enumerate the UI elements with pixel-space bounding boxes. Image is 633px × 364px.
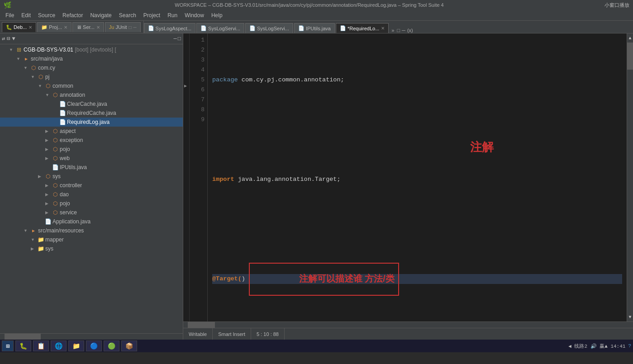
scroll-down-btn[interactable]: ▼ — [627, 312, 633, 321]
scroll-up-btn[interactable]: ▲ — [627, 33, 633, 43]
tree-item-comcy[interactable]: ▼ ⬡ com.cy — [0, 63, 183, 72]
tree-item-pojo[interactable]: ▶ ⬡ pojo — [0, 145, 183, 154]
collapse-icon[interactable]: ⊟ — [7, 35, 10, 42]
menu-search[interactable]: Search — [115, 11, 140, 19]
menu-help[interactable]: Help — [208, 11, 226, 19]
window-controls[interactable]: 小窗口播放 — [604, 2, 629, 9]
tree-arrow-aspect[interactable]: ▶ — [45, 129, 52, 133]
left-panel-hscroll-thumb[interactable] — [5, 334, 41, 340]
tree-item-common[interactable]: ▼ ⬡ common — [0, 81, 183, 90]
tree-arrow-exception[interactable]: ▶ — [45, 138, 52, 142]
tab-syslogaspect[interactable]: 📄 SysLogAspect... — [144, 23, 196, 33]
aspect-label: aspect — [60, 128, 183, 134]
taskbar-btn-6[interactable]: 🟢 — [104, 340, 119, 351]
tab-junit[interactable]: Ju JUnit □ ─ — [105, 22, 141, 32]
scroll-track[interactable] — [627, 43, 633, 312]
tree-arrow-common[interactable]: ▼ — [38, 84, 44, 88]
sync-icon[interactable]: ⇄ — [2, 35, 5, 42]
tree-arrow-web[interactable]: ▶ — [45, 156, 52, 161]
tree-arrow-dao[interactable]: ▶ — [45, 192, 52, 197]
tab-syslogservi1[interactable]: 📄 SysLogServi... — [196, 23, 244, 33]
menu-file[interactable]: File — [2, 11, 18, 19]
menu-window[interactable]: Window — [181, 11, 208, 19]
tree-item-resources[interactable]: ▼ ▸ src/main/resources — [0, 226, 183, 235]
tab-debug-close[interactable]: ✕ — [29, 25, 32, 30]
tab-servers[interactable]: 🖥 Ser... ✕ — [72, 22, 104, 32]
menu-refactor[interactable]: Refactor — [59, 11, 86, 19]
tab-junit-close[interactable]: ─ — [133, 25, 137, 30]
taskbar-btn-7[interactable]: 📦 — [121, 340, 137, 351]
menu-run[interactable]: Run — [164, 11, 181, 19]
tab-syslogservi1-icon: 📄 — [200, 25, 207, 31]
tree-item-aspect[interactable]: ▶ ⬡ aspect — [0, 127, 183, 136]
scroll-thumb[interactable] — [627, 43, 633, 70]
taskbar-help[interactable]: ? — [628, 343, 631, 349]
filter-icon[interactable]: ▼ — [12, 36, 15, 42]
tree-arrow-pj[interactable]: ▼ — [31, 75, 37, 79]
tab-project-close[interactable]: ✕ — [64, 25, 67, 30]
fold-marker-6[interactable]: ▶ — [184, 83, 187, 89]
tab-iputils[interactable]: 📄 IPUtils.java — [294, 23, 335, 33]
editor-hscroll[interactable] — [183, 321, 633, 328]
tab-debug[interactable]: 🐛 Deb... ✕ — [2, 22, 36, 32]
tree-arrow-resources[interactable]: ▼ — [24, 228, 30, 233]
tree-item-sys-resources[interactable]: ▶ 📁 sys — [0, 244, 183, 253]
tree-item-iputils-common[interactable]: 📄 IPUtils.java — [0, 163, 183, 172]
tree-item-sys[interactable]: ▶ ⬡ sys — [0, 172, 183, 181]
annotation-label-float: 注解 — [470, 142, 494, 152]
tree-arrow-mapper[interactable]: ▼ — [31, 237, 37, 242]
tree-item-controller[interactable]: ▶ ⬡ controller — [0, 181, 183, 190]
tab-servers-close[interactable]: ✕ — [96, 25, 100, 30]
left-panel-hscroll[interactable] — [0, 333, 183, 340]
taskbar-btn-1[interactable]: 🐛 — [15, 340, 31, 351]
minimize-left-icon[interactable]: ─ — [174, 36, 177, 42]
tree-item-web[interactable]: ▶ ⬡ web — [0, 154, 183, 163]
tree-arrow-sys-res[interactable]: ▶ — [31, 246, 37, 251]
code-area[interactable]: package com.cy.pj.common.annotation; imp… — [208, 33, 627, 321]
maximize-left-icon[interactable]: □ — [178, 36, 181, 42]
tree-arrow-project[interactable]: ▼ — [9, 47, 15, 52]
tree-arrow-pojo[interactable]: ▶ — [45, 147, 52, 151]
start-button[interactable]: ⊞ — [2, 340, 14, 351]
tab-project[interactable]: 📁 Proj... ✕ — [37, 22, 71, 32]
tree-item-src-main-java[interactable]: ▼ ▸ src/main/java — [0, 54, 183, 63]
taskbar-btn-5[interactable]: 🔵 — [86, 340, 102, 351]
taskbar-btn-2[interactable]: 📋 — [33, 340, 49, 351]
start-icon: ⊞ — [6, 342, 10, 350]
right-vscroll[interactable]: ▲ ▼ — [627, 33, 633, 321]
menu-edit[interactable]: Edit — [18, 11, 34, 19]
tree-item-requiredcache[interactable]: 📄 RequiredCache.java — [0, 109, 183, 118]
tree-arrow-pojo-sys[interactable]: ▶ — [45, 201, 52, 206]
mapper-icon: 📁 — [37, 236, 44, 243]
tab-requiredlog-close[interactable]: ✕ — [381, 26, 385, 31]
tree-item-application[interactable]: 📄 Application.java — [0, 217, 183, 226]
tree-item-pj[interactable]: ▼ ⬡ pj — [0, 72, 183, 81]
tree-item-mapper[interactable]: ▼ 📁 mapper — [0, 235, 183, 244]
status-writable: Writable — [183, 328, 213, 340]
menu-project[interactable]: Project — [140, 11, 164, 19]
tree-arrow-controller[interactable]: ▶ — [45, 183, 52, 188]
tree-item-pojo-sys[interactable]: ▶ ⬡ pojo — [0, 199, 183, 208]
tree-item-requiredlog[interactable]: 📄 RequiredLog.java — [0, 118, 183, 127]
menu-source[interactable]: Source — [34, 11, 59, 19]
tab-junit-maximize[interactable]: □ — [129, 25, 131, 30]
tree-arrow-service[interactable]: ▶ — [45, 210, 52, 215]
tab-overflow[interactable]: » □ ─ (x) — [390, 28, 414, 33]
editor-hscroll-thumb[interactable] — [188, 322, 215, 328]
tree-item-exception[interactable]: ▶ ⬡ exception — [0, 136, 183, 145]
tree-arrow-src[interactable]: ▼ — [16, 57, 23, 61]
taskbar-btn-3[interactable]: 🌐 — [51, 340, 67, 351]
tree-arrow-comcy[interactable]: ▼ — [24, 66, 30, 70]
tree-item-clearcache[interactable]: 📄 ClearCache.java — [0, 99, 183, 109]
taskbar-btn-4[interactable]: 📁 — [68, 340, 84, 351]
tab-syslogservi2[interactable]: 📄 SysLogServi... — [245, 23, 293, 33]
tree-item-annotation[interactable]: ▼ ⬡ annotation — [0, 90, 183, 99]
menu-navigate[interactable]: Navigate — [86, 11, 115, 19]
tree-view[interactable]: ▼ ⊞ CGB-DB-SYS-V3.01 [boot] [devtools] [… — [0, 44, 183, 333]
tree-arrow-annotation[interactable]: ▼ — [45, 93, 52, 97]
tree-item-service[interactable]: ▶ ⬡ service — [0, 208, 183, 217]
tree-item-project[interactable]: ▼ ⊞ CGB-DB-SYS-V3.01 [boot] [devtools] [ — [0, 45, 183, 54]
tab-requiredlog[interactable]: 📄 *RequiredLo... ✕ — [336, 23, 389, 33]
tree-arrow-sys[interactable]: ▶ — [38, 174, 44, 179]
tree-item-dao[interactable]: ▶ ⬡ dao — [0, 190, 183, 199]
